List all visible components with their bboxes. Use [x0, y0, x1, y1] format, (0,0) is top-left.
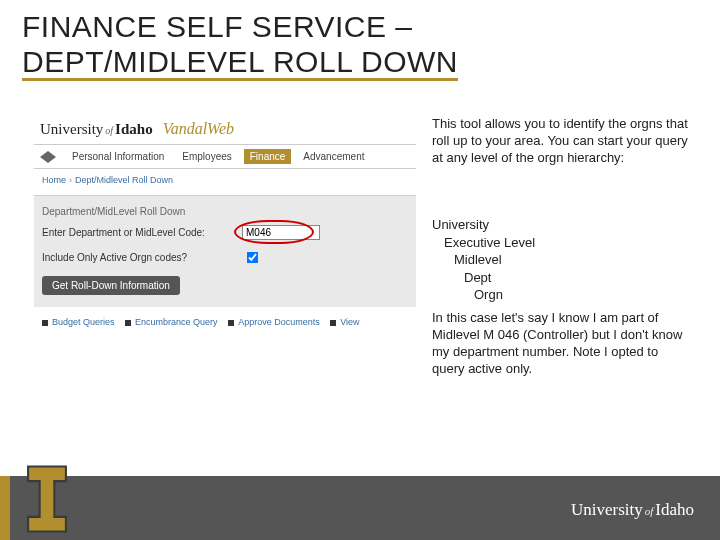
tab-employees[interactable]: Employees: [176, 149, 237, 164]
bottom-links: Budget Queries Encumbrance Query Approve…: [34, 307, 416, 327]
row-code: Enter Department or MidLevel Code:: [42, 225, 408, 240]
hier-orgn: Orgn: [432, 286, 535, 304]
crumb-home[interactable]: Home: [42, 175, 66, 185]
breadcrumb: Home›Dept/Midlevel Roll Down: [34, 169, 416, 195]
bullet-icon: [125, 320, 131, 326]
title-line1: FINANCE SELF SERVICE –: [22, 10, 413, 43]
bullet-icon: [42, 320, 48, 326]
nav-arrows-icon[interactable]: [40, 151, 56, 163]
link-approve-documents[interactable]: Approve Documents: [238, 317, 320, 327]
bullet-icon: [228, 320, 234, 326]
hierarchy-list: University Executive Level Midlevel Dept…: [432, 216, 535, 304]
intro-paragraph: This tool allows you to identify the org…: [432, 116, 694, 167]
brand-vandalweb: VandalWeb: [163, 120, 234, 138]
vandalweb-screenshot: UniversityofIdaho VandalWeb Personal Inf…: [34, 116, 416, 346]
row-active: Include Only Active Orgn codes?: [42, 248, 408, 267]
tab-finance[interactable]: Finance: [244, 149, 292, 164]
get-rolldown-button[interactable]: Get Roll-Down Information: [42, 276, 180, 295]
crumb-page[interactable]: Dept/Midlevel Roll Down: [75, 175, 173, 185]
link-encumbrance-query[interactable]: Encumbrance Query: [135, 317, 218, 327]
link-budget-queries[interactable]: Budget Queries: [52, 317, 115, 327]
idaho-i-icon: [26, 464, 68, 534]
link-view[interactable]: View: [340, 317, 359, 327]
hier-university: University: [432, 216, 535, 234]
form-panel: Department/MidLevel Roll Down Enter Depa…: [34, 195, 416, 307]
tab-personal-information[interactable]: Personal Information: [66, 149, 170, 164]
tab-bar: Personal Information Employees Finance A…: [34, 144, 416, 169]
slide-title: FINANCE SELF SERVICE – DEPT/MIDLEVEL ROL…: [22, 10, 698, 79]
tab-advancement[interactable]: Advancement: [297, 149, 370, 164]
label-active: Include Only Active Orgn codes?: [42, 252, 242, 263]
slide-footer: UniversityofIdaho: [0, 458, 720, 540]
code-input[interactable]: [242, 225, 320, 240]
footer-accent: [0, 476, 10, 540]
example-paragraph: In this case let's say I know I am part …: [432, 310, 694, 378]
active-only-checkbox[interactable]: [247, 252, 259, 264]
hier-dept: Dept: [432, 269, 535, 287]
hier-executive: Executive Level: [432, 234, 535, 252]
bullet-icon: [330, 320, 336, 326]
title-line2: DEPT/MIDLEVEL ROLL DOWN: [22, 45, 458, 81]
brand-bar: UniversityofIdaho VandalWeb: [34, 116, 416, 144]
footer-university-logo: UniversityofIdaho: [571, 500, 694, 520]
brand-university-logo: UniversityofIdaho: [40, 121, 153, 138]
hier-midlevel: Midlevel: [432, 251, 535, 269]
label-code: Enter Department or MidLevel Code:: [42, 227, 242, 238]
form-title: Department/MidLevel Roll Down: [42, 206, 408, 217]
